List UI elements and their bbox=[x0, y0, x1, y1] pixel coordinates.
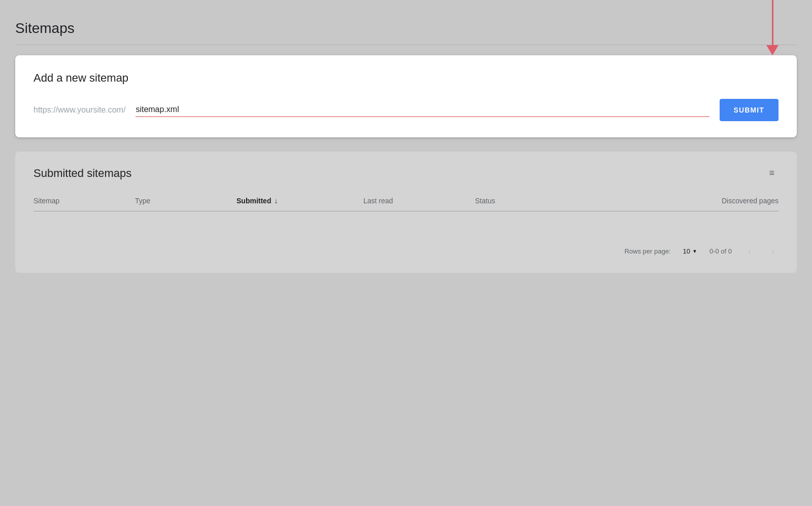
col-header-sitemap: Sitemap bbox=[33, 197, 135, 205]
add-sitemap-card: Add a new sitemap https://www.yoursite.c… bbox=[15, 55, 797, 137]
section-header: Submitted sitemaps ≡ bbox=[33, 166, 779, 180]
rows-per-page-label: Rows per page: bbox=[624, 247, 670, 255]
col-header-submitted[interactable]: Submitted ↓ bbox=[236, 197, 363, 205]
arrow-annotation bbox=[766, 0, 779, 55]
arrow-line bbox=[772, 0, 773, 45]
col-submitted-label: Submitted bbox=[236, 197, 271, 205]
arrow-head bbox=[766, 45, 779, 55]
sitemap-input[interactable] bbox=[136, 103, 709, 116]
col-header-type: Type bbox=[135, 197, 236, 205]
table-body bbox=[33, 211, 779, 232]
title-divider bbox=[15, 45, 797, 45]
input-row: https://www.yoursite.com/ SUBMIT bbox=[33, 99, 779, 121]
table-header: Sitemap Type Submitted ↓ Last read Statu… bbox=[33, 197, 779, 211]
sitemap-input-wrapper bbox=[136, 103, 709, 117]
add-sitemap-title: Add a new sitemap bbox=[33, 71, 779, 85]
next-page-button[interactable]: › bbox=[767, 244, 779, 259]
submitted-sitemaps-section: Submitted sitemaps ≡ Sitemap Type Submit… bbox=[15, 152, 797, 273]
col-header-discovered: Discovered pages bbox=[566, 197, 779, 205]
sort-arrow-icon: ↓ bbox=[274, 197, 278, 205]
prev-page-button[interactable]: ‹ bbox=[744, 244, 755, 259]
submitted-sitemaps-title: Submitted sitemaps bbox=[33, 167, 131, 180]
rows-per-page-value: 10 bbox=[683, 247, 690, 255]
col-header-status: Status bbox=[475, 197, 566, 205]
submit-button[interactable]: SUBMIT bbox=[720, 99, 779, 121]
filter-button[interactable]: ≡ bbox=[765, 166, 779, 180]
col-header-last-read: Last read bbox=[363, 197, 475, 205]
url-prefix: https://www.yoursite.com/ bbox=[33, 105, 125, 115]
dropdown-arrow-icon: ▼ bbox=[692, 248, 697, 254]
page-info: 0-0 of 0 bbox=[709, 247, 732, 255]
rows-per-page-select[interactable]: 10 ▼ bbox=[683, 247, 697, 255]
page-title: Sitemaps bbox=[15, 20, 797, 37]
pagination-row: Rows per page: 10 ▼ 0-0 of 0 ‹ › bbox=[33, 244, 779, 259]
